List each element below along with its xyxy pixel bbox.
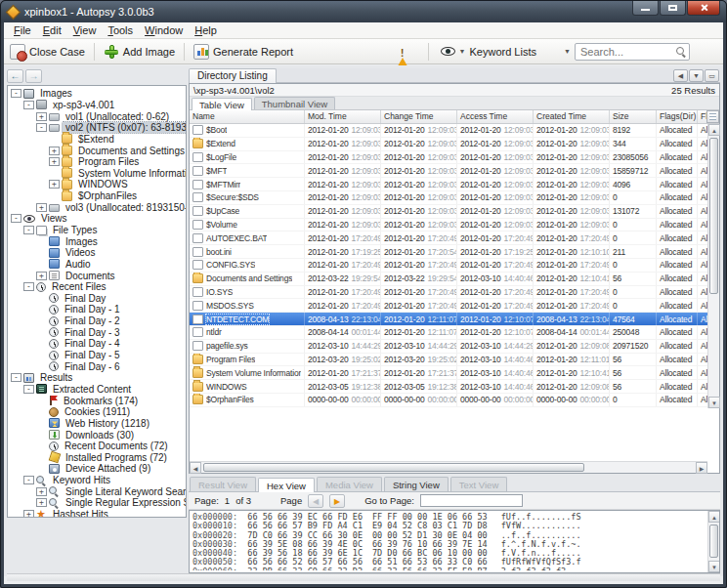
table-row[interactable]: $UpCase2012-01-2012:09:032012-01-2012:09… (190, 205, 719, 219)
tree-item-results[interactable]: -Results (8, 372, 186, 384)
tree-item-final-day-3[interactable]: Final Day - 3 (8, 326, 186, 338)
tree-item-final-day-6[interactable]: Final Day - 6 (8, 360, 186, 372)
table-row[interactable]: $MFTMirr2012-01-2012:09:032012-01-2012:0… (190, 178, 719, 191)
table-row[interactable]: boot.ini2012-01-2017:19:252012-01-2017:2… (190, 245, 719, 259)
tree-item-recent-files[interactable]: -Recent Files (8, 281, 186, 293)
table-row[interactable]: $MFT2012-01-2012:09:032012-01-2012:09:03… (190, 164, 719, 178)
tree-item-hashset-hits[interactable]: +Hashset Hits (8, 509, 186, 518)
vertical-scrollbar[interactable]: ▲ ▼ (707, 124, 719, 408)
tree-item-orphanfiles[interactable]: $OrphanFiles (8, 190, 186, 202)
ingest-warning-button[interactable] (395, 46, 410, 58)
minimize-panel-icon[interactable]: ▭ (705, 69, 719, 82)
tree-item-audio[interactable]: Audio (8, 259, 186, 271)
tree-item-extend[interactable]: $Extend (8, 134, 186, 146)
column-header-access-time[interactable]: Access Time (457, 110, 534, 123)
table-row[interactable]: $OrphanFiles0000-00-0000:00:000000-00-00… (190, 394, 719, 407)
menu-view[interactable]: View (67, 23, 103, 37)
table-row[interactable]: CONFIG.SYS2012-01-2017:20:492012-01-2017… (190, 259, 719, 273)
collapse-icon[interactable]: - (23, 101, 34, 109)
column-header-size[interactable]: Size (610, 110, 657, 123)
collapse-icon[interactable]: - (23, 226, 34, 234)
expand-icon[interactable]: + (36, 487, 47, 496)
scroll-down-icon[interactable]: ▼ (708, 561, 720, 572)
scroll-down-icon[interactable]: ▼ (708, 397, 720, 408)
keyword-lists-button[interactable]: ▼ Keyword Lists (435, 44, 542, 60)
expand-icon[interactable]: + (36, 203, 47, 212)
menu-help[interactable]: Help (189, 23, 223, 37)
tab-string-view[interactable]: String View (384, 477, 449, 491)
search-icon[interactable] (676, 47, 686, 57)
table-row[interactable]: $Secure:$SDS2012-01-2012:09:032012-01-20… (190, 191, 719, 205)
tree-item-cookies-1911[interactable]: Cookies (1911) (8, 406, 186, 418)
tab-hex-view[interactable]: Hex View (258, 478, 315, 492)
tree-item-final-day-4[interactable]: Final Day - 4 (8, 338, 186, 350)
tree-item-images[interactable]: -Images (8, 88, 186, 100)
table-row[interactable]: System Volume Information2012-01-2017:21… (190, 366, 719, 380)
tree-item-final-day-1[interactable]: Final Day - 1 (8, 304, 186, 315)
tree-item-vol3-unallocated-8193150-10485215[interactable]: +vol3 (Unallocated: 8193150-10485215) (8, 201, 186, 213)
collapse-icon[interactable]: - (23, 385, 34, 394)
column-header-name[interactable]: Name (190, 110, 305, 123)
menu-file[interactable]: File (8, 23, 37, 37)
vertical-scrollbar[interactable]: ▲ ▼ (707, 511, 719, 572)
tree-item-bookmarks-174[interactable]: Bookmarks (174) (8, 395, 186, 406)
collapse-icon[interactable]: - (23, 476, 34, 484)
table-row[interactable]: $LogFile2012-01-2012:09:032012-01-2012:0… (190, 151, 719, 165)
tree-item-vol1-unallocated-0-62[interactable]: +vol1 (Unallocated: 0-62) (8, 110, 186, 122)
tree-item-system-volume-information[interactable]: System Volume Information (8, 167, 186, 179)
horizontal-scrollbar[interactable]: ◀ ▶ (190, 461, 707, 473)
minimize-button[interactable] (632, 1, 659, 16)
column-header-mod-time[interactable]: Mod. Time (305, 110, 381, 123)
scrollbar-thumb[interactable] (203, 463, 584, 472)
scroll-up-icon[interactable]: ▲ (708, 124, 720, 136)
expand-icon[interactable]: + (49, 180, 60, 189)
collapse-icon[interactable]: - (23, 282, 34, 291)
tree-item-program-files[interactable]: +Program Files (8, 156, 186, 168)
menu-tools[interactable]: Tools (102, 23, 139, 37)
collapse-icon[interactable]: - (11, 373, 21, 382)
collapse-icon[interactable]: - (11, 214, 21, 223)
tree-item-keyword-hits[interactable]: -Keyword Hits (8, 475, 186, 486)
maximize-button[interactable] (660, 1, 686, 16)
generate-report-button[interactable]: Generate Report (188, 42, 299, 62)
table-row[interactable]: MSDOS.SYS2012-01-2017:20:492012-01-2017:… (190, 299, 719, 313)
tree-item-final-day-5[interactable]: Final Day - 5 (8, 350, 186, 361)
forward-button[interactable]: → (25, 69, 42, 83)
tree-item-images[interactable]: Images (8, 235, 186, 247)
collapse-icon[interactable]: - (11, 89, 21, 98)
column-header-created-time[interactable]: Created Time (534, 110, 610, 123)
table-row[interactable]: $Volume2012-01-2012:09:032012-01-2012:09… (190, 219, 719, 232)
menu-window[interactable]: Window (139, 23, 189, 37)
tree-item-documents[interactable]: +Documents (8, 270, 186, 281)
previous-page-icon[interactable]: ◀ (308, 494, 323, 508)
close-case-button[interactable]: Close Case (4, 42, 91, 62)
scroll-right-icon[interactable]: ▶ (696, 462, 707, 474)
tree-item-xp-sp3-v4-001[interactable]: -xp-sp3-v4.001 (8, 100, 186, 111)
expand-icon[interactable]: + (36, 112, 47, 121)
tree-item-single-regular-expression-search-0[interactable]: +Single Regular Expression Search (0) (8, 497, 186, 509)
table-row[interactable]: Documents and Settings2012-03-2219:29:54… (190, 273, 719, 286)
tree-item-views[interactable]: -Views (8, 213, 186, 225)
scrollbar-thumb[interactable] (709, 138, 718, 294)
tree-item-final-day[interactable]: Final Day (8, 293, 186, 305)
tree-item-extracted-content[interactable]: -Extracted Content (8, 384, 186, 396)
table-row[interactable]: NTDETECT.COM2008-04-1322:13:042012-01-20… (190, 313, 719, 326)
table-row[interactable]: IO.SYS2012-01-2017:20:492012-01-2017:20:… (190, 286, 719, 300)
table-row[interactable]: AUTOEXEC.BAT2012-01-2017:20:492012-01-20… (190, 231, 719, 245)
title-bar[interactable]: xpinbox1 - Autopsy 3.0.0b3 (1, 1, 726, 22)
scroll-left-icon[interactable]: ◀ (190, 462, 201, 474)
tab-thumbnail-view[interactable]: Thumbnail View (254, 97, 335, 109)
expand-icon[interactable]: + (36, 498, 47, 507)
column-header-flags-dir[interactable]: Flags(Dir) (657, 110, 698, 123)
expand-icon[interactable]: + (36, 272, 47, 280)
tree-item-device-attached-9[interactable]: Device Attached (9) (8, 463, 186, 475)
tree-item-file-types[interactable]: -File Types (8, 225, 186, 236)
table-row[interactable]: Program Files2012-03-2019:25:022012-03-2… (190, 354, 719, 367)
table-row[interactable]: ntldr2008-04-1400:01:442012-01-2012:11:0… (190, 326, 719, 340)
scrollbar-thumb[interactable] (709, 525, 718, 558)
close-button[interactable] (687, 1, 720, 16)
table-row[interactable]: $Boot2012-01-2012:09:032012-01-2012:09:0… (190, 124, 719, 138)
tree-item-documents-and-settings[interactable]: +Documents and Settings (8, 145, 186, 156)
back-button[interactable]: ← (7, 69, 23, 83)
tree-item-downloads-30[interactable]: Downloads (30) (8, 429, 186, 441)
